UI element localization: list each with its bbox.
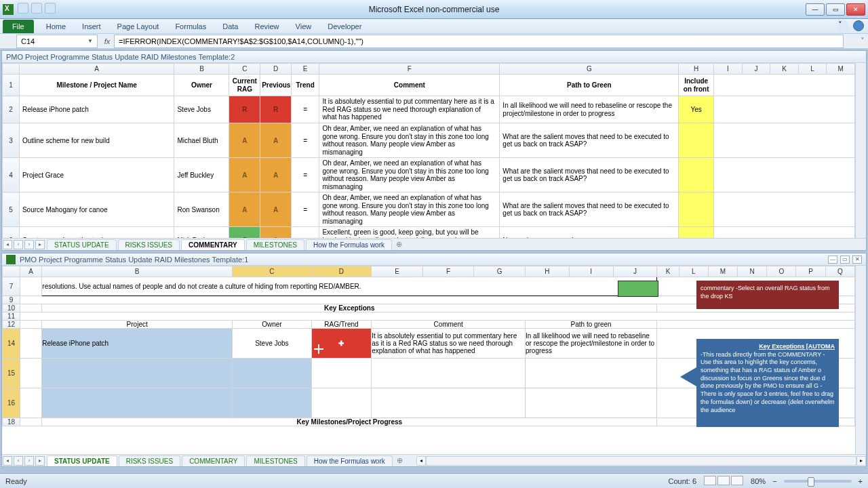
qat-undo-icon[interactable] [31, 3, 42, 14]
tab-formulas[interactable]: Formulas [167, 20, 214, 33]
file-tab[interactable]: File [3, 20, 34, 33]
help-icon[interactable] [853, 20, 864, 31]
name-box-dropdown-icon[interactable]: ▼ [87, 38, 93, 44]
close-button[interactable]: ✕ [846, 3, 865, 16]
ribbon-minimize-icon[interactable]: ˅ [838, 20, 849, 31]
qat-save-icon[interactable] [18, 3, 28, 14]
ribbon-tabs: File Home Insert Page Layout Formulas Da… [0, 19, 868, 34]
window-titlebar: Microsoft Excel non-commercial use — ▭ ✕ [0, 0, 868, 19]
formula-expand-icon[interactable]: ˅ [857, 37, 868, 45]
tab-home[interactable]: Home [38, 20, 74, 33]
quick-access-toolbar [18, 3, 56, 14]
qat-redo-icon[interactable] [45, 3, 56, 14]
app-title: Microsoft Excel non-commercial use [369, 5, 500, 14]
tab-data[interactable]: Data [214, 20, 246, 33]
tab-insert[interactable]: Insert [74, 20, 109, 33]
formula-input[interactable]: =IFERROR(INDEX(COMMENTARY!$A$2:$G$100,$A… [114, 35, 844, 48]
tab-view[interactable]: View [288, 20, 320, 33]
tab-review[interactable]: Review [246, 20, 287, 33]
tab-developer[interactable]: Developer [319, 20, 370, 33]
minimize-button[interactable]: — [806, 3, 825, 16]
tab-page-layout[interactable]: Page Layout [109, 20, 167, 33]
fx-icon[interactable]: fx [100, 37, 114, 45]
name-box-value: C14 [21, 37, 35, 45]
name-box[interactable]: C14 ▼ [16, 35, 98, 48]
formula-bar: C14 ▼ fx =IFERROR(INDEX(COMMENTARY!$A$2:… [0, 34, 868, 49]
excel-icon [3, 4, 14, 15]
maximize-button[interactable]: ▭ [826, 3, 845, 16]
